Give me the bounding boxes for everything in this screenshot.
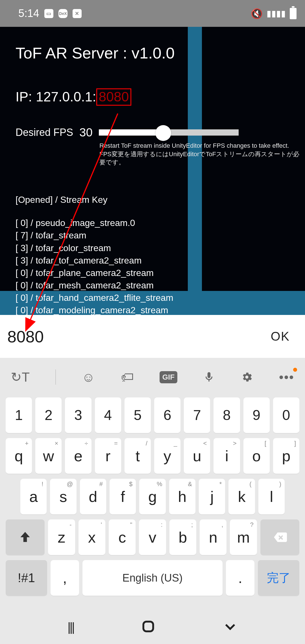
- stream-item: [ 3] / tofar_tof_camera2_stream: [16, 254, 305, 267]
- fps-note: Restart ToF stream inside UnityEditor fo…: [99, 142, 305, 167]
- key-x[interactable]: 'x: [79, 519, 105, 555]
- key-1[interactable]: 1: [6, 397, 32, 433]
- gif-icon[interactable]: GIF: [160, 371, 177, 383]
- emoji-icon[interactable]: ☺: [82, 369, 95, 385]
- soft-keyboard: ↻T ☺ 🏷 GIF ••• 1 2 3 4 5 6 7 8 9 0 +q ×w: [0, 358, 305, 643]
- key-g[interactable]: %g: [139, 479, 165, 514]
- svg-rect-2: [143, 622, 153, 632]
- key-o[interactable]: [o: [243, 438, 270, 474]
- stream-item: [ 0] / tofar_hand_camera2_tflite_stream: [16, 291, 305, 304]
- vibrate-icon: 🔇: [251, 8, 263, 19]
- image-icon: ▭: [44, 9, 53, 18]
- key-a[interactable]: !a: [20, 479, 47, 514]
- streams-list: [Opened] / Stream Key [ 0] / pseudo_imag…: [16, 193, 305, 315]
- nav-home[interactable]: [141, 619, 156, 635]
- ip-address-line: IP: 127.0.0.1:8080: [16, 89, 305, 105]
- app-title: ToF AR Server : v1.0.0: [16, 44, 305, 62]
- kb-row-asdf: !a @s #d $f %g &h *j (k )l: [6, 479, 299, 514]
- key-done[interactable]: 完了: [258, 560, 299, 596]
- more-icon[interactable]: •••: [279, 369, 294, 385]
- status-bar: 5:14 ▭ DeX ✕ 🔇 ▮▮▮▮: [0, 0, 305, 27]
- key-7[interactable]: 7: [184, 397, 210, 433]
- text-mode-icon[interactable]: ↻T: [11, 369, 30, 385]
- toolbar-divider: [55, 369, 56, 385]
- key-shift[interactable]: [6, 519, 45, 555]
- stream-item: [ 0] / tofar_plane_camera2_stream: [16, 267, 305, 279]
- fps-slider[interactable]: [99, 129, 239, 136]
- stream-item: [ 0] / tofar_modeling_camera2_stream: [16, 304, 305, 315]
- key-9[interactable]: 9: [243, 397, 270, 433]
- key-8[interactable]: 8: [213, 397, 240, 433]
- key-6[interactable]: 6: [154, 397, 180, 433]
- key-b[interactable]: ;b: [169, 519, 196, 555]
- mic-icon[interactable]: [203, 369, 215, 385]
- stream-item: [ 3] / tofar_color_stream: [16, 242, 305, 254]
- key-j[interactable]: *j: [199, 479, 225, 514]
- status-time: 5:14: [18, 7, 39, 19]
- key-r[interactable]: =r: [95, 438, 121, 474]
- key-s[interactable]: @s: [50, 479, 76, 514]
- ok-button[interactable]: OK: [271, 329, 290, 343]
- kb-row-qwerty: +q ×w ÷e =r /t _y <u >i [o ]p: [6, 438, 299, 474]
- key-e[interactable]: ÷e: [65, 438, 91, 474]
- key-i[interactable]: >i: [213, 438, 240, 474]
- fps-slider-thumb[interactable]: [155, 125, 171, 141]
- kb-row-zxcv: -z 'x "c :v ;b ,n ?m: [6, 519, 299, 555]
- key-2[interactable]: 2: [35, 397, 62, 433]
- text-input-bar: 8080 OK: [0, 315, 305, 358]
- stream-item: [ 0] / pseudo_image_stream.0: [16, 217, 305, 229]
- kb-row-bottom: !#1 , English (US) . 完了: [6, 560, 299, 596]
- key-comma[interactable]: ,: [51, 560, 79, 596]
- app-screen: ToF AR Server : v1.0.0 IP: 127.0.0.1:808…: [0, 27, 305, 315]
- key-4[interactable]: 4: [95, 397, 121, 433]
- key-period[interactable]: .: [226, 560, 254, 596]
- ip-value: 127.0.0.1: [36, 89, 92, 104]
- navigation-bar: |||: [0, 610, 305, 644]
- key-m[interactable]: ?m: [230, 519, 257, 555]
- streams-header: [Opened] / Stream Key: [16, 193, 305, 206]
- key-0[interactable]: 0: [273, 397, 299, 433]
- key-u[interactable]: <u: [184, 438, 210, 474]
- stream-item: [ 7] / tofar_stream: [16, 229, 305, 242]
- signal-icon: ▮▮▮▮: [267, 8, 286, 18]
- settings-icon[interactable]: [241, 371, 253, 383]
- key-l[interactable]: )l: [258, 479, 285, 514]
- nav-back[interactable]: [223, 619, 238, 635]
- key-symbols[interactable]: !#1: [6, 560, 47, 596]
- key-w[interactable]: ×w: [35, 438, 62, 474]
- key-f[interactable]: $f: [110, 479, 136, 514]
- key-p[interactable]: ]p: [273, 438, 299, 474]
- key-space[interactable]: English (US): [82, 560, 223, 596]
- key-c[interactable]: "c: [109, 519, 136, 555]
- key-k[interactable]: (k: [228, 479, 255, 514]
- kb-row-numbers: 1 2 3 4 5 6 7 8 9 0: [6, 397, 299, 433]
- key-v[interactable]: :v: [139, 519, 166, 555]
- key-t[interactable]: /t: [125, 438, 151, 474]
- sticker-icon[interactable]: 🏷: [121, 369, 134, 385]
- close-notif-icon: ✕: [73, 9, 82, 18]
- fps-label: Desired FPS: [16, 127, 73, 138]
- key-d[interactable]: #d: [80, 479, 106, 514]
- key-3[interactable]: 3: [65, 397, 91, 433]
- nav-recents[interactable]: |||: [67, 620, 74, 634]
- dex-icon: DeX: [58, 9, 67, 18]
- ip-label: IP:: [16, 89, 36, 104]
- key-q[interactable]: +q: [6, 438, 32, 474]
- key-backspace[interactable]: [260, 519, 299, 555]
- key-y[interactable]: _y: [154, 438, 180, 474]
- key-5[interactable]: 5: [125, 397, 151, 433]
- battery-icon: [290, 8, 297, 19]
- key-z[interactable]: -z: [48, 519, 75, 555]
- port-input-field[interactable]: 8080: [7, 327, 44, 346]
- key-n[interactable]: ,n: [200, 519, 226, 555]
- port-value-highlighted[interactable]: 8080: [96, 88, 132, 106]
- stream-item: [ 0] / tofar_mesh_camera2_stream: [16, 279, 305, 291]
- fps-value: 30: [79, 126, 93, 139]
- key-h[interactable]: &h: [169, 479, 195, 514]
